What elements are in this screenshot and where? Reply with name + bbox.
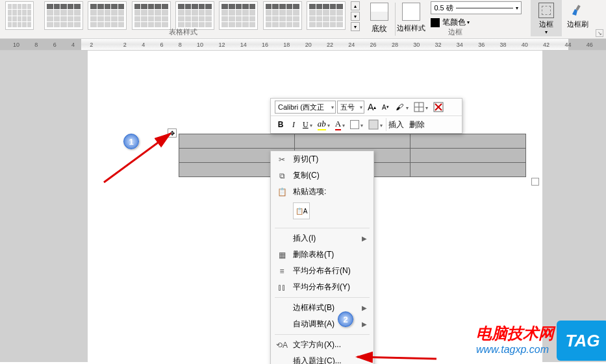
pen-weight-value: 0.5 磅 (434, 3, 453, 13)
delete-mini-button[interactable] (431, 101, 446, 114)
table-style-thumb[interactable] (219, 1, 258, 30)
table-style-scroll-up[interactable]: ▴ (351, 1, 360, 10)
borders-mini-button[interactable] (412, 101, 430, 114)
border-style-button[interactable]: 边框样式 (396, 0, 427, 38)
grid-icon (368, 119, 379, 130)
ribbon: ▴ ▾ ▾ 底纹 边框样式 0.5 磅 ▾ 笔颜色 ▾ 边框 ▾ 边框 (0, 0, 606, 39)
paste-keep-text-button[interactable]: 📋A (293, 202, 310, 219)
paste-options-row: 📋A (271, 200, 373, 226)
svg-line-9 (357, 357, 436, 359)
shading-button[interactable]: 底纹 (364, 0, 395, 38)
watermark: 电脑技术网 www.tagxp.com TAG (476, 323, 600, 356)
borders-label: 边框 (533, 19, 559, 29)
table-cell[interactable] (179, 134, 295, 149)
menu-border-styles[interactable]: 边框样式(B)▶ (271, 300, 373, 316)
distribute-cols-icon: ⫿⫿ (276, 283, 288, 292)
annotation-arrow-1 (97, 127, 182, 189)
table-cell[interactable] (410, 134, 526, 149)
svg-rect-7 (369, 120, 378, 129)
borders-button[interactable]: 边框 ▾ (531, 0, 562, 36)
delete-mini-label-button[interactable]: 删除 (407, 118, 427, 131)
copy-icon: ⧉ (276, 171, 288, 180)
grow-font-button[interactable]: A▴ (366, 101, 378, 114)
mini-toolbar: Calibri (西文正 五号 A▴ A▾ 🖌 B I U ab A 插入 删除 (270, 98, 462, 134)
cut-icon: ✂ (276, 155, 288, 164)
delete-table-icon (433, 102, 444, 112)
font-color-button[interactable]: A (333, 118, 347, 131)
menu-copy[interactable]: ⧉复制(C) (271, 167, 373, 184)
font-name-combo[interactable]: Calibri (西文正 (275, 101, 336, 114)
watermark-title: 电脑技术网 (476, 323, 554, 344)
borders-icon (538, 3, 554, 18)
watermark-url: www.tagxp.com (476, 344, 554, 356)
annotation-arrow-2 (352, 317, 443, 364)
pen-weight-combo[interactable]: 0.5 磅 ▾ (431, 1, 522, 14)
table-styles-group-label: 表格样式 (169, 27, 197, 37)
shading-mini-button[interactable] (348, 118, 365, 131)
highlight-button[interactable]: ab (316, 118, 332, 131)
horizontal-ruler[interactable]: 1086422468101214161820222426283032343638… (0, 39, 606, 51)
clipboard-text-icon: 📋A (296, 208, 308, 215)
insert-mini-button[interactable]: 插入 (386, 118, 406, 131)
menu-distribute-cols[interactable]: ⫿⫿平均分布各列(Y) (271, 279, 373, 295)
delete-table-icon: ▦ (276, 250, 288, 260)
grid-icon (414, 102, 424, 112)
document-area: ✥ Calibri (西文正 五号 A▴ A▾ 🖌 B I U ab A 插入 … (0, 51, 606, 362)
borders-mini-button-2[interactable] (366, 118, 385, 131)
svg-rect-0 (576, 5, 581, 11)
watermark-tag: TAG (557, 321, 606, 361)
table-style-thumb[interactable] (175, 1, 214, 30)
format-painter-icon: 🖌 (394, 102, 405, 112)
table-resize-handle[interactable] (531, 178, 539, 186)
border-painter-button[interactable]: 边框刷 (562, 0, 593, 38)
border-style-icon (402, 3, 420, 21)
borders-dialog-launcher[interactable]: ↘ (596, 29, 603, 37)
table-row (179, 134, 526, 149)
pen-group: 0.5 磅 ▾ 笔颜色 ▾ (427, 0, 531, 38)
menu-insert[interactable]: 插入(I)▶ (271, 230, 373, 247)
table-style-thumb[interactable] (263, 1, 302, 30)
table-style-thumb[interactable] (132, 1, 171, 30)
table-cell[interactable] (410, 149, 526, 163)
pen-color-button[interactable]: 笔颜色 ▾ (431, 17, 527, 28)
format-painter-button[interactable]: 🖌 (392, 101, 410, 114)
border-painter-icon (570, 3, 585, 18)
pen-color-swatch (431, 18, 440, 27)
table-cell[interactable] (410, 163, 526, 177)
border-style-label: 边框样式 (396, 23, 427, 33)
table-style-gallery-expand[interactable]: ▾ (351, 22, 360, 31)
borders-group-label: 边框 (448, 27, 462, 37)
menu-distribute-rows[interactable]: ≡平均分布各行(N) (271, 263, 373, 279)
text-direction-icon: ⟲A (276, 341, 288, 350)
callout-2: 2 (338, 311, 353, 327)
table-style-scroll-down[interactable]: ▾ (351, 12, 360, 21)
shading-icon (370, 3, 388, 21)
shading-label: 底纹 (364, 23, 395, 34)
italic-button[interactable]: I (288, 118, 299, 131)
menu-paste-options: 📋粘贴选项: (271, 184, 373, 200)
menu-cut[interactable]: ✂剪切(T) (271, 151, 373, 167)
distribute-rows-icon: ≡ (276, 267, 288, 276)
underline-button[interactable]: U (301, 118, 314, 131)
pen-weight-preview (456, 8, 514, 8)
bold-button[interactable]: B (275, 118, 286, 131)
bucket-icon (350, 120, 359, 129)
paste-icon: 📋 (276, 188, 288, 197)
font-size-combo[interactable]: 五号 (337, 101, 364, 114)
shrink-font-button[interactable]: A▾ (379, 101, 391, 114)
table-style-thumb[interactable] (5, 1, 34, 30)
border-painter-label: 边框刷 (564, 19, 590, 29)
menu-delete-table[interactable]: ▦删除表格(T) (271, 247, 373, 263)
table-style-thumb[interactable] (307, 1, 346, 30)
table-style-thumb[interactable] (88, 1, 127, 30)
callout-1: 1 (123, 134, 139, 149)
table-style-thumb[interactable] (44, 1, 83, 30)
table-cell[interactable] (295, 134, 410, 149)
pen-color-label: 笔颜色 (442, 17, 466, 28)
